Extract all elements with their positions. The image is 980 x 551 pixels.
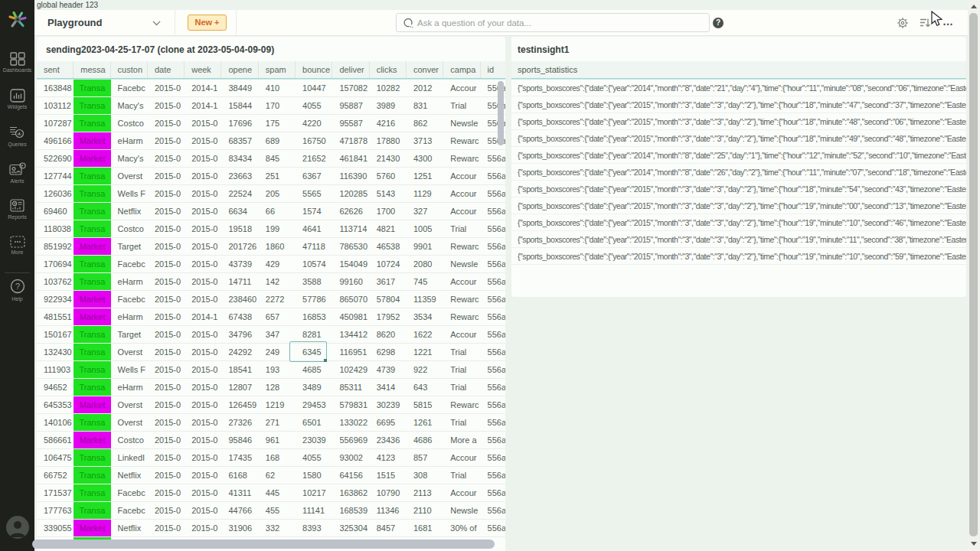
table-cell[interactable]: 4821 bbox=[370, 220, 407, 237]
table-cell[interactable]: Costco bbox=[111, 220, 148, 237]
table-cell[interactable]: 3617 bbox=[370, 273, 407, 290]
table-cell[interactable]: 2015-0 bbox=[148, 396, 185, 413]
message-type-cell[interactable]: Transa bbox=[74, 185, 110, 202]
table-cell[interactable]: 2015-0 bbox=[185, 256, 221, 272]
table-cell[interactable]: 95846 bbox=[221, 432, 258, 448]
table-cell[interactable]: Trial bbox=[443, 361, 480, 378]
table-cell[interactable]: 157082 bbox=[332, 80, 369, 96]
column-header-opene[interactable]: opene bbox=[221, 61, 258, 78]
table-cell[interactable]: 2015-0 bbox=[185, 115, 221, 132]
table-cell[interactable]: 170694 bbox=[37, 256, 74, 272]
table-cell[interactable]: Rewarc bbox=[443, 308, 480, 325]
sidebar-item-queries[interactable]: Queries bbox=[0, 126, 34, 161]
table-cell[interactable]: 4216 bbox=[370, 115, 407, 132]
table-cell[interactable]: 429 bbox=[259, 256, 296, 272]
column-header-week[interactable]: week bbox=[185, 61, 221, 78]
message-type-cell[interactable]: Market bbox=[74, 150, 110, 167]
table-cell[interactable]: 168 bbox=[259, 449, 296, 466]
table-cell[interactable]: 556a bbox=[481, 361, 505, 378]
table-cell[interactable]: 94652 bbox=[37, 379, 74, 396]
table-cell[interactable]: 2012 bbox=[407, 80, 443, 96]
table-cell[interactable]: Overst bbox=[111, 414, 148, 431]
table-cell[interactable]: 133022 bbox=[332, 414, 369, 431]
table-cell[interactable]: 10574 bbox=[296, 256, 332, 272]
table-cell[interactable]: 857 bbox=[407, 449, 443, 466]
table-cell[interactable]: 1219 bbox=[259, 396, 296, 413]
table-cell[interactable]: 332 bbox=[259, 520, 296, 536]
table-cell[interactable]: 410 bbox=[259, 80, 296, 96]
table-cell[interactable]: 2015-0 bbox=[148, 361, 185, 378]
table-cell[interactable]: 2113 bbox=[407, 484, 443, 501]
table-cell[interactable]: 2015-0 bbox=[148, 414, 185, 431]
table-cell[interactable]: Overst bbox=[111, 344, 148, 360]
message-type-cell[interactable]: Transa bbox=[74, 220, 110, 237]
table-cell[interactable]: 8281 bbox=[296, 326, 332, 343]
table-cell[interactable]: 450981 bbox=[332, 308, 369, 325]
sidebar-item-alerts[interactable]: Alerts bbox=[0, 162, 34, 197]
insight-row[interactable]: {"sports_boxscores":{"date":{"year":"201… bbox=[511, 231, 966, 248]
table-cell[interactable]: 556a bbox=[481, 396, 505, 413]
table-cell[interactable]: 2015-0 bbox=[148, 326, 185, 343]
table-cell[interactable]: 556a bbox=[481, 449, 505, 466]
table-cell[interactable]: 1860 bbox=[259, 238, 296, 255]
table-cell[interactable]: 2015-0 bbox=[185, 484, 221, 501]
table-cell[interactable]: Netflix bbox=[111, 467, 148, 484]
table-cell[interactable]: 134412 bbox=[332, 326, 369, 343]
workspace-selector[interactable]: Playground bbox=[47, 10, 103, 36]
column-header-spam[interactable]: spam bbox=[259, 61, 296, 78]
table-cell[interactable]: 2015-0 bbox=[185, 361, 221, 378]
message-type-cell[interactable]: Market bbox=[74, 396, 110, 413]
table-cell[interactable]: 251 bbox=[259, 168, 296, 184]
table-cell[interactable]: 556a bbox=[481, 379, 505, 396]
table-cell[interactable]: 556a bbox=[481, 520, 505, 536]
message-type-cell[interactable]: Transa bbox=[74, 273, 110, 290]
table-cell[interactable]: 556a bbox=[481, 484, 505, 501]
table-cell[interactable]: 23039 bbox=[296, 432, 332, 448]
message-type-cell[interactable]: Market bbox=[74, 238, 110, 255]
insight-row[interactable]: {"sports_boxscores":{"date":{"year":"201… bbox=[511, 130, 966, 147]
table-cell[interactable]: 29453 bbox=[296, 396, 332, 413]
table-cell[interactable]: 5760 bbox=[370, 168, 407, 184]
table-cell[interactable]: 3489 bbox=[296, 379, 332, 396]
table-cell[interactable]: 325304 bbox=[332, 520, 369, 536]
table-cell[interactable]: 1515 bbox=[370, 467, 407, 484]
table-cell[interactable]: 556a bbox=[481, 256, 505, 272]
table-cell[interactable]: Accour bbox=[443, 80, 480, 96]
table-cell[interactable]: 657 bbox=[259, 308, 296, 325]
table-cell[interactable]: 62 bbox=[259, 467, 296, 484]
table-cell[interactable]: 17952 bbox=[370, 308, 407, 325]
table-cell[interactable]: 4220 bbox=[296, 115, 332, 132]
table-cell[interactable]: 69460 bbox=[37, 203, 74, 220]
table-cell[interactable]: 5143 bbox=[370, 185, 407, 202]
table-cell[interactable]: 4739 bbox=[370, 361, 407, 378]
table-cell[interactable]: 41311 bbox=[221, 484, 258, 501]
table-cell[interactable]: 689 bbox=[259, 132, 296, 149]
table-cell[interactable]: 6695 bbox=[370, 414, 407, 431]
table-cell[interactable]: 99160 bbox=[332, 273, 369, 290]
column-header-custon[interactable]: custon bbox=[111, 61, 148, 78]
table-cell[interactable]: 6345 bbox=[296, 344, 332, 360]
table-cell[interactable]: Rewarc bbox=[443, 238, 480, 255]
insight-column-header[interactable]: sports_statistics bbox=[511, 61, 966, 78]
table-cell[interactable]: 175 bbox=[259, 115, 296, 132]
sidebar-item-widgets[interactable]: Widgets bbox=[0, 89, 34, 124]
column-header-clicks[interactable]: clicks bbox=[370, 61, 407, 78]
table-cell[interactable]: 4641 bbox=[296, 220, 332, 237]
table-cell[interactable]: 4123 bbox=[370, 449, 407, 466]
table-cell[interactable]: 163862 bbox=[332, 484, 369, 501]
table-cell[interactable]: 24292 bbox=[221, 344, 258, 360]
table-cell[interactable]: Accour bbox=[443, 326, 480, 343]
table-cell[interactable]: Facebc bbox=[111, 502, 148, 519]
table-cell[interactable]: 17880 bbox=[370, 132, 407, 149]
table-cell[interactable]: 2015-0 bbox=[185, 291, 221, 308]
table-cell[interactable]: 66 bbox=[259, 203, 296, 220]
table-cell[interactable]: 19518 bbox=[221, 220, 258, 237]
table-cell[interactable]: 140106 bbox=[37, 414, 74, 431]
table-cell[interactable]: Overst bbox=[111, 396, 148, 413]
table-cell[interactable]: 30% of bbox=[443, 520, 480, 536]
table-cell[interactable]: Costco bbox=[111, 432, 148, 448]
table-cell[interactable]: 4685 bbox=[296, 361, 332, 378]
insight-row[interactable]: {"sports_boxscores":{"date":{"year":"201… bbox=[511, 214, 966, 231]
table-cell[interactable]: Facebc bbox=[111, 256, 148, 272]
sidebar-item-help[interactable]: ? Help bbox=[0, 278, 34, 313]
